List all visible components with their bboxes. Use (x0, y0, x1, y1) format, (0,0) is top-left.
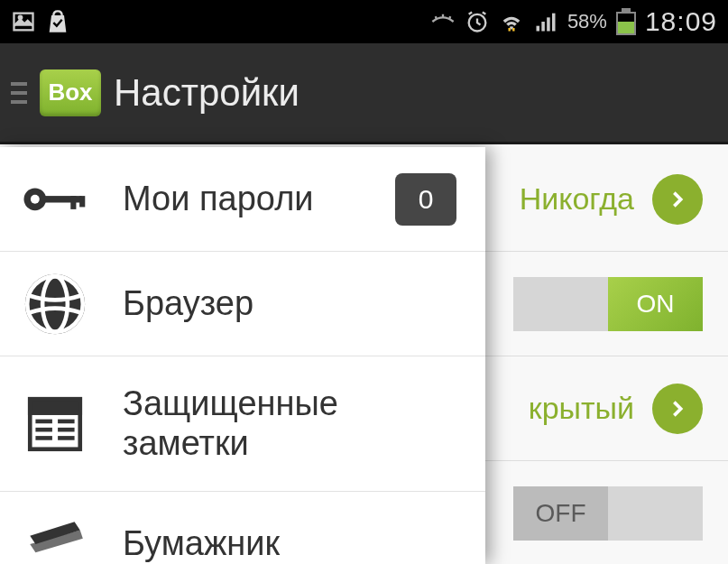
checkmark-bag-icon (45, 9, 70, 34)
toggle-off-label: OFF (513, 486, 608, 541)
notes-icon (22, 391, 88, 458)
battery-percent: 58% (567, 10, 607, 33)
toggle-on-label (608, 486, 703, 541)
wallet-icon (22, 511, 88, 565)
drawer-item-wallet[interactable]: Бумажник (0, 492, 485, 564)
wifi-icon (499, 9, 524, 34)
app-logo: Box (40, 69, 101, 116)
svg-rect-6 (552, 14, 556, 32)
toggle-on-label: ON (608, 277, 703, 331)
gallery-icon (11, 9, 36, 34)
setting-value: крытый (529, 391, 634, 426)
status-bar: 58% 18:09 (0, 0, 728, 43)
signal-icon (533, 9, 558, 34)
status-clock: 18:09 (645, 6, 717, 37)
page-title: Настройки (114, 71, 299, 115)
svg-point-1 (19, 16, 23, 19)
alarm-icon (465, 9, 490, 34)
drawer-item-browser[interactable]: Браузер (0, 252, 485, 356)
drawer-item-label: Бумажник (123, 524, 280, 564)
drawer-item-label: Мои пароли (123, 180, 314, 219)
key-icon (22, 166, 88, 233)
drawer-item-label: Защищенные заметки (123, 384, 464, 463)
svg-rect-16 (30, 399, 80, 412)
nav-drawer: Мои пароли 0 Браузер Защищенные заметки … (0, 147, 485, 564)
app-bar: Box Настройки (0, 43, 728, 144)
eye-icon (430, 9, 456, 34)
chevron-right-icon[interactable] (652, 384, 703, 434)
menu-button[interactable] (11, 82, 27, 104)
drawer-item-label: Браузер (123, 284, 253, 324)
count-badge: 0 (395, 173, 456, 226)
toggle-switch[interactable]: ON (513, 277, 703, 331)
svg-rect-4 (541, 22, 545, 32)
svg-rect-11 (79, 196, 85, 207)
svg-rect-5 (547, 17, 550, 31)
battery-icon (616, 8, 636, 35)
toggle-switch[interactable]: OFF (513, 486, 703, 541)
drawer-item-passwords[interactable]: Мои пароли 0 (0, 147, 485, 252)
drawer-item-notes[interactable]: Защищенные заметки (0, 356, 485, 492)
svg-rect-3 (536, 26, 539, 32)
svg-point-8 (31, 195, 40, 204)
globe-icon (22, 271, 88, 337)
toggle-off-label (513, 277, 608, 331)
svg-rect-10 (70, 196, 76, 209)
setting-value: Никогда (520, 181, 634, 217)
chevron-right-icon[interactable] (652, 174, 703, 225)
